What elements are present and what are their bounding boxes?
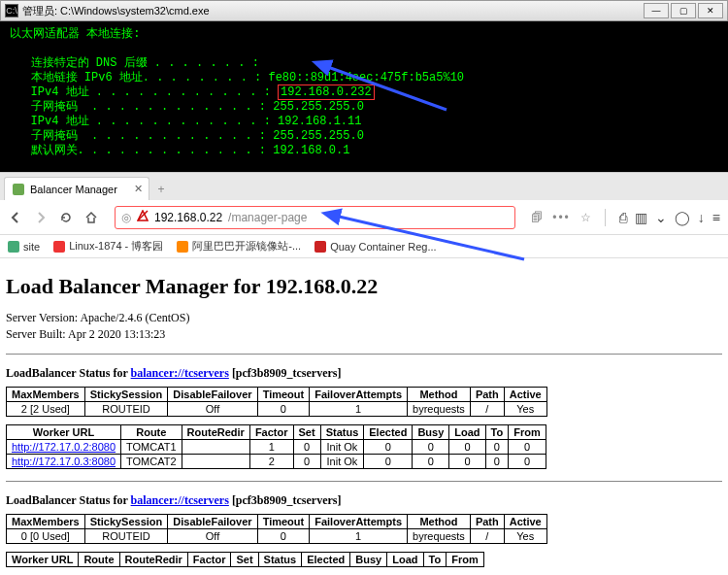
server-built: Server Built: Apr 2 2020 13:13:23 [6, 327, 722, 342]
table-cell: 2 [249, 455, 293, 469]
lb-status-2: LoadBalancer Status for balancer://tcser… [6, 493, 722, 508]
download-icon[interactable]: ↓ [698, 210, 705, 225]
sidebar-icon[interactable]: ▥ [635, 210, 647, 225]
lb-table-1: MaxMembersStickySessionDisableFailoverTi… [6, 387, 547, 417]
account-icon[interactable]: ◯ [675, 210, 690, 225]
table-header: Path [470, 515, 504, 529]
url-path: /manager-page [228, 211, 307, 224]
close-button[interactable]: ✕ [698, 3, 723, 18]
hamburger-menu-icon[interactable]: ≡ [712, 210, 720, 225]
bookmark-item[interactable]: Quay Container Reg... [314, 241, 436, 253]
cmd-titlebar: C:\ 管理员: C:\Windows\system32\cmd.exe — ▢… [0, 0, 728, 21]
bookmark-star-icon[interactable]: ☆ [580, 211, 591, 224]
table-header: Set [293, 425, 320, 440]
balancer-link[interactable]: balancer://tcservers [131, 493, 229, 507]
table-cell: 0 [485, 440, 509, 455]
table-header: Route [79, 553, 119, 567]
balancer-link[interactable]: balancer://tcservers [131, 366, 229, 380]
table-cell: Off [168, 402, 257, 417]
bookmark-favicon [177, 241, 188, 253]
table-cell: 0 [413, 440, 449, 455]
table-header: Busy [413, 425, 449, 440]
table-header: Worker URL [7, 425, 121, 440]
forward-button[interactable] [33, 210, 49, 225]
table-cell: 0 [257, 529, 310, 544]
worker-url-link[interactable]: http://172.17.0.3:8080 [12, 456, 116, 467]
new-tab-button[interactable]: + [149, 179, 173, 200]
table-cell: ROUTEID [84, 402, 168, 417]
table-header: Factor [249, 425, 293, 440]
table-header: Method [408, 515, 471, 529]
library-icon[interactable]: ⎙ [619, 210, 627, 225]
table-cell: byrequests [408, 402, 471, 417]
table-cell: byrequests [408, 529, 471, 544]
cmd-line: IPv4 地址 . . . . . . . . . . . . : 192.16… [10, 115, 718, 129]
table-cell: 1 [249, 440, 293, 455]
cmd-line: IPv4 地址 . . . . . . . . . . . . : 192.16… [10, 85, 718, 100]
maximize-button[interactable]: ▢ [671, 3, 696, 18]
table-header: Active [504, 515, 546, 529]
table-row: http://172.17.0.3:8080TOMCAT220Init Ok00… [7, 455, 546, 469]
divider [6, 481, 722, 482]
bookmark-item[interactable]: 阿里巴巴开源镜像站-... [177, 239, 301, 254]
tab-strip: Balancer Manager ✕ + [0, 173, 728, 200]
tab-close-icon[interactable]: ✕ [134, 183, 143, 195]
menu-more-icon[interactable]: ••• [552, 211, 571, 224]
bookmark-item[interactable]: Linux-1874 - 博客园 [53, 239, 163, 254]
minimize-button[interactable]: — [644, 3, 669, 18]
table-header: From [509, 425, 546, 440]
bookmark-label: Quay Container Reg... [330, 241, 436, 253]
table-header: Load [387, 553, 423, 567]
table-cell: 0 [293, 455, 320, 469]
table-cell: / [470, 529, 504, 544]
table-cell: 0 [485, 455, 509, 469]
table-header: DisableFailover [168, 515, 257, 529]
table-cell: 0 [509, 455, 546, 469]
status-prefix: LoadBalancer Status for [6, 366, 131, 380]
bookmark-label: site [23, 241, 40, 253]
status-suffix: [pcf3b8909_tcservers] [229, 366, 342, 380]
table-header: DisableFailover [168, 388, 257, 402]
table-cell: Init Ok [320, 440, 364, 455]
table-cell: 0 [293, 440, 320, 455]
table-cell: 0 [449, 440, 485, 455]
bookmark-label: 阿里巴巴开源镜像站-... [192, 239, 301, 254]
home-button[interactable] [83, 210, 99, 225]
table-cell: 0 [364, 455, 413, 469]
toolbar-divider [605, 209, 606, 226]
table-header: To [485, 425, 509, 440]
bookmark-favicon [53, 241, 65, 253]
table-header: From [447, 553, 484, 567]
table-header: FailoverAttempts [310, 388, 408, 402]
worker-url-link[interactable]: http://172.17.0.2:8080 [12, 441, 116, 453]
table-header: Timeout [257, 388, 310, 402]
pocket-icon[interactable]: ⌄ [655, 210, 667, 225]
back-button[interactable] [8, 210, 23, 225]
tracking-shield-icon[interactable]: ◎ [121, 211, 131, 224]
cmd-terminal: 以太网适配器 本地连接: 连接特定的 DNS 后缀 . . . . . . . … [0, 21, 728, 172]
worker-table-2: Worker URLRouteRouteRedirFactorSetStatus… [6, 552, 484, 567]
table-cell: 0 [364, 440, 413, 455]
table-cell [182, 455, 249, 469]
divider [6, 354, 722, 355]
reader-view-icon[interactable]: 🗐 [531, 211, 543, 224]
url-host: 192.168.0.22 [154, 211, 222, 224]
worker-table-1: Worker URLRouteRouteRedirFactorSetStatus… [6, 424, 546, 469]
not-secure-icon[interactable] [137, 210, 149, 224]
reload-button[interactable] [58, 210, 74, 225]
table-header: Elected [302, 553, 350, 567]
address-bar[interactable]: ◎ 192.168.0.22/manager-page [115, 206, 515, 229]
table-cell: Off [168, 529, 257, 544]
table-header: Set [231, 553, 258, 567]
bookmark-favicon [8, 241, 19, 253]
cmd-line: 本地链接 IPv6 地址. . . . . . . . : fe80::89d1… [10, 71, 718, 85]
page-content: Load Balancer Manager for 192.168.0.22 S… [0, 258, 728, 575]
status-suffix: [pcf3b8909_tcservers] [229, 493, 342, 507]
table-cell [182, 440, 249, 455]
bookmark-item[interactable]: site [8, 241, 40, 253]
table-cell: TOMCAT2 [121, 455, 182, 469]
cmd-line: 子网掩码 . . . . . . . . . . . . : 255.255.2… [10, 100, 718, 115]
lb-status-1: LoadBalancer Status for balancer://tcser… [6, 366, 722, 381]
table-cell: 0 [413, 455, 449, 469]
tab-balancer[interactable]: Balancer Manager ✕ [4, 177, 149, 200]
